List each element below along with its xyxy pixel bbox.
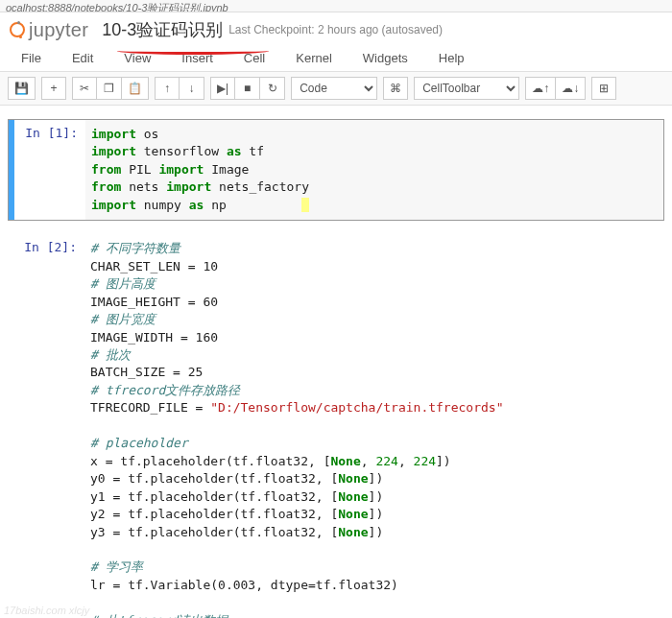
restart-icon: ↻ [268,82,277,95]
save-icon: 💾 [14,82,29,95]
restart-button[interactable]: ↻ [260,77,285,100]
move-down-button[interactable]: ↓ [180,77,204,100]
move-up-button[interactable]: ↑ [155,77,180,100]
grid-button[interactable]: ⊞ [591,77,616,100]
input-prompt: In [1]: [9,120,85,220]
jupyter-orbit-icon [10,22,25,37]
copy-button[interactable]: ❐ [97,77,122,100]
arrow-down-icon: ↓ [189,82,195,95]
menu-help[interactable]: Help [425,47,478,69]
toolbar: 💾 + ✂ ❐ 📋 ↑ ↓ ▶| ■ ↻ Code ⌘ CellToolbar … [0,72,672,106]
menubar: File Edit View Insert Cell Kernel Widget… [0,45,672,72]
jupyter-wordmark: jupyter [29,19,88,41]
code-cell-1[interactable]: In [1]: import os import tensorflow as t… [8,119,664,221]
cloud-upload-button[interactable]: ☁↑ [525,77,556,100]
code-editor[interactable]: # 不同字符数量 CHAR_SET_LEN = 10 # 图片高度 IMAGE_… [84,234,672,618]
add-cell-button[interactable]: + [41,77,66,100]
cell-toolbar-select[interactable]: CellToolbar [414,77,519,100]
grid-icon: ⊞ [599,82,609,95]
menu-edit[interactable]: Edit [59,47,107,69]
celltype-select[interactable]: Code [291,77,377,100]
cloud-download-button[interactable]: ☁↓ [556,77,586,100]
save-button[interactable]: 💾 [8,77,36,100]
cut-button[interactable]: ✂ [72,77,97,100]
copy-icon: ❐ [104,82,114,95]
notebook-header: jupyter 10-3验证码识别 Last Checkpoint: 2 hou… [0,12,672,45]
browser-addressbar: ocalhost:8888/notebooks/10-3验证码识别.ipynb [0,0,672,12]
checkpoint-text: Last Checkpoint: 2 hours ago (autosaved) [228,23,443,36]
cloud-up-icon: ☁↑ [532,82,549,95]
watermark-text: 17baishi.com xlcjy [4,605,89,616]
code-editor[interactable]: import os import tensorflow as tf from P… [85,120,663,220]
notebook-title[interactable]: 10-3验证码识别 [102,18,223,41]
notebook-area: In [1]: import os import tensorflow as t… [0,106,672,618]
arrow-up-icon: ↑ [164,82,170,95]
cursor-highlight [301,198,309,212]
scissors-icon: ✂ [80,82,89,95]
stop-button[interactable]: ■ [235,77,260,100]
paste-button[interactable]: 📋 [122,77,149,100]
menu-kernel[interactable]: Kernel [282,47,346,69]
run-icon: ▶| [217,82,228,95]
command-palette-button[interactable]: ⌘ [383,77,408,100]
menu-widgets[interactable]: Widgets [349,47,421,69]
url-text: ocalhost:8888/notebooks/10-3验证码识别.ipynb [6,2,228,12]
command-icon: ⌘ [390,82,401,95]
stop-icon: ■ [244,82,251,95]
input-prompt: In [2]: [8,234,84,618]
menu-file[interactable]: File [8,47,55,69]
run-button[interactable]: ▶| [210,77,235,100]
jupyter-logo[interactable]: jupyter [10,19,88,41]
paste-icon: 📋 [128,82,142,95]
code-cell-2[interactable]: In [2]: # 不同字符数量 CHAR_SET_LEN = 10 # 图片高… [8,234,664,618]
plus-icon: + [50,82,57,95]
cloud-down-icon: ☁↓ [562,82,579,95]
